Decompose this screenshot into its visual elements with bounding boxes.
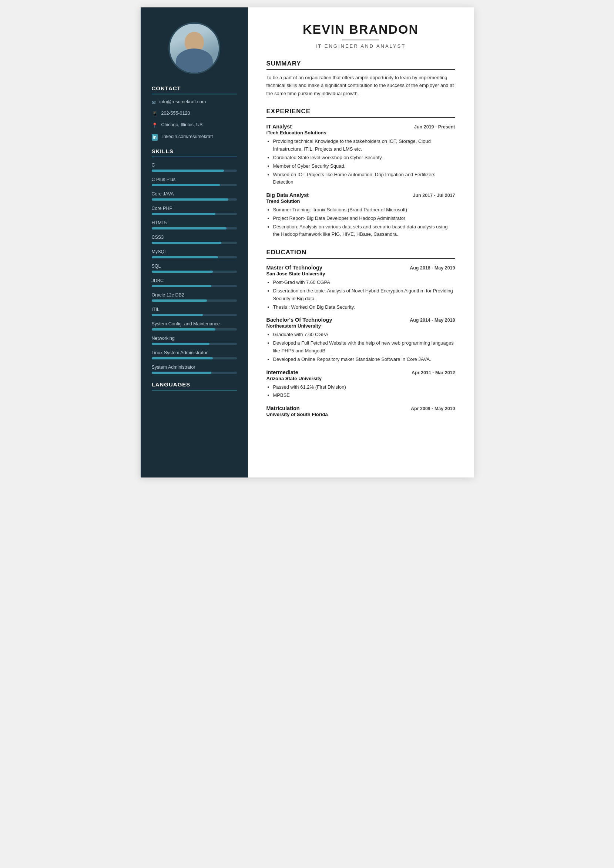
- name-divider: [342, 40, 379, 40]
- exp-role: Big Data Analyst: [267, 192, 309, 198]
- skill-name: Core PHP: [152, 206, 237, 211]
- skill-name: C: [152, 163, 237, 168]
- edu-bullets: Passed with 61.2% (First Division)MPBSE: [267, 383, 455, 400]
- experience-title: EXPERIENCE: [267, 108, 455, 118]
- education-entry: Intermediate Apr 2011 - Mar 2012 Arizona…: [267, 369, 455, 400]
- skill-item: C Plus Plus: [152, 177, 237, 186]
- skill-bar-bg: [152, 213, 237, 215]
- skill-bar-bg: [152, 372, 237, 374]
- resume-title: IT ENGINEER AND ANALYST: [267, 43, 455, 49]
- skill-bar-fill: [152, 314, 203, 316]
- skill-item: Oracle 12c DB2: [152, 292, 237, 302]
- languages-section: LANGUAGES: [141, 381, 248, 394]
- exp-date: Jun 2017 - Jul 2017: [413, 193, 455, 198]
- experience-entry: Big Data Analyst Jun 2017 - Jul 2017 Tre…: [267, 192, 455, 239]
- skill-bar-bg: [152, 227, 237, 229]
- education-list: Master Of Technology Aug 2018 - May 2019…: [267, 265, 455, 417]
- exp-bullet: Member of Cyber Security Squad.: [273, 163, 455, 170]
- edu-degree: Matriculation: [267, 405, 300, 411]
- skill-item: JDBC: [152, 278, 237, 287]
- skill-bar-bg: [152, 343, 237, 345]
- skill-bar-fill: [152, 271, 213, 273]
- skill-name: CSS3: [152, 235, 237, 240]
- skill-item: MySQL: [152, 249, 237, 258]
- edu-degree: Master Of Technology: [267, 265, 323, 271]
- edu-bullet: Developed a Online Repository maker Stan…: [273, 356, 455, 363]
- skill-bar-fill: [152, 299, 207, 302]
- summary-title: SUMMARY: [267, 60, 455, 70]
- summary-text: To be a part of an organization that off…: [267, 74, 455, 98]
- exp-bullets: Providing technical Knowledge to the sta…: [267, 138, 455, 186]
- edu-degree: Bachelor's Of Technology: [267, 317, 332, 323]
- skill-bar-fill: [152, 242, 222, 244]
- skill-item: Linux System Administrator: [152, 350, 237, 360]
- skill-bar-fill: [152, 213, 216, 215]
- edu-degree: Intermediate: [267, 369, 298, 375]
- exp-header: Big Data Analyst Jun 2017 - Jul 2017: [267, 192, 455, 198]
- edu-bullet: Graduate with 7.60 CGPA: [273, 331, 455, 339]
- skill-name: Oracle 12c DB2: [152, 292, 237, 298]
- contact-phone: 📱 202-555-0120: [152, 110, 237, 117]
- edu-bullet: Developed a Full Fetched Website with th…: [273, 339, 455, 355]
- location-text: Chicago, Illinois, US: [161, 122, 203, 129]
- edu-bullet: Dissertation on the topic: Analysis of N…: [273, 287, 455, 303]
- skill-bar-bg: [152, 328, 237, 330]
- skill-item: Networking: [152, 336, 237, 345]
- skill-bar-bg: [152, 242, 237, 244]
- skill-name: HTML5: [152, 220, 237, 225]
- edu-header: Master Of Technology Aug 2018 - May 2019: [267, 265, 455, 271]
- skill-name: JDBC: [152, 278, 237, 283]
- edu-school: Arizona State University: [267, 376, 455, 381]
- skill-item: System Administrator: [152, 364, 237, 374]
- email-icon: ✉: [152, 99, 156, 106]
- skill-name: Networking: [152, 336, 237, 341]
- skill-bar-fill: [152, 227, 226, 229]
- skill-bar-fill: [152, 343, 209, 345]
- main-content: KEVIN BRANDON IT ENGINEER AND ANALYST SU…: [248, 8, 474, 477]
- skill-item: ITIL: [152, 307, 237, 316]
- edu-date: Aug 2018 - May 2019: [410, 265, 455, 271]
- skill-name: SQL: [152, 264, 237, 269]
- edu-date: Apr 2011 - Mar 2012: [412, 370, 455, 375]
- skill-bar-fill: [152, 328, 216, 330]
- exp-header: IT Analyst Jun 2019 - Present: [267, 124, 455, 130]
- summary-section: SUMMARY To be a part of an organization …: [267, 60, 455, 98]
- contact-title: CONTACT: [152, 85, 237, 95]
- skill-name: MySQL: [152, 249, 237, 254]
- edu-bullets: Post-Grad with 7.60 CGPADissertation on …: [267, 279, 455, 311]
- skill-item: C: [152, 163, 237, 172]
- skill-bar-fill: [152, 285, 211, 287]
- exp-bullets: Summer Training: Itronix Solutions (Bran…: [267, 206, 455, 239]
- exp-bullet: Project Report- Big Data Developer and H…: [273, 215, 455, 222]
- skills-title: SKILLS: [152, 148, 237, 157]
- experience-section: EXPERIENCE IT Analyst Jun 2019 - Present…: [267, 108, 455, 239]
- skill-bar-bg: [152, 285, 237, 287]
- skill-bar-bg: [152, 256, 237, 258]
- edu-school: University of South Florida: [267, 412, 455, 417]
- exp-bullet: Description: Analysis on various data se…: [273, 223, 455, 239]
- exp-bullet: Providing technical Knowledge to the sta…: [273, 138, 455, 153]
- skills-section: SKILLS C C Plus Plus Core JAVA Core PHP …: [141, 148, 248, 374]
- education-title: EDUCATION: [267, 249, 455, 259]
- linkedin-text: linkedin.com/resumekraft: [161, 133, 213, 140]
- exp-role: IT Analyst: [267, 124, 292, 130]
- education-section: EDUCATION Master Of Technology Aug 2018 …: [267, 249, 455, 417]
- exp-bullet: Worked on IOT Projects like Home Automat…: [273, 171, 455, 186]
- education-entry: Matriculation Apr 2009 - May 2010 Univer…: [267, 405, 455, 417]
- skill-item: Core PHP: [152, 206, 237, 215]
- edu-bullets: Graduate with 7.60 CGPADeveloped a Full …: [267, 331, 455, 363]
- skill-bar-fill: [152, 184, 220, 186]
- skill-name: C Plus Plus: [152, 177, 237, 182]
- phone-text: 202-555-0120: [161, 110, 190, 117]
- exp-bullet: Cordinated State level workshop on Cyber…: [273, 154, 455, 162]
- edu-date: Apr 2009 - May 2010: [411, 406, 455, 411]
- exp-bullet: Summer Training: Itronix Solutions (Bran…: [273, 206, 455, 214]
- linkedin-icon: in: [152, 134, 158, 141]
- languages-title: LANGUAGES: [152, 381, 237, 391]
- skill-bar-fill: [152, 256, 218, 258]
- skill-bar-fill: [152, 357, 213, 360]
- avatar-section: [141, 8, 248, 85]
- skill-bar-bg: [152, 299, 237, 302]
- location-icon: 📍: [152, 122, 158, 129]
- experience-entry: IT Analyst Jun 2019 - Present iTech Educ…: [267, 124, 455, 186]
